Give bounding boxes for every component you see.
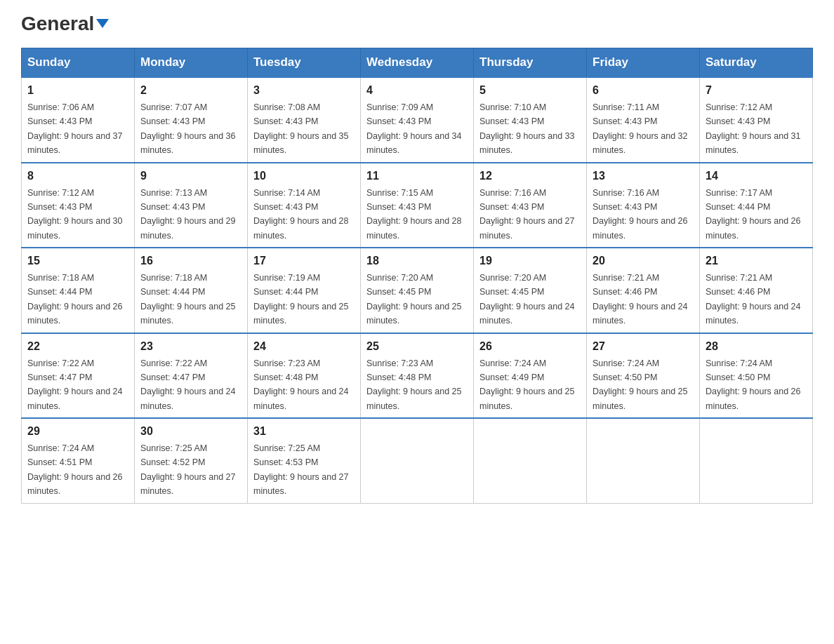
week-row-1: 1 Sunrise: 7:06 AMSunset: 4:43 PMDayligh…	[22, 77, 813, 163]
calendar-cell: 23 Sunrise: 7:22 AMSunset: 4:47 PMDaylig…	[135, 333, 248, 419]
day-number: 7	[706, 82, 807, 99]
day-number: 31	[253, 423, 355, 440]
calendar-cell: 17 Sunrise: 7:19 AMSunset: 4:44 PMDaylig…	[248, 248, 361, 333]
day-number: 15	[27, 253, 128, 269]
calendar-table: SundayMondayTuesdayWednesdayThursdayFrid…	[21, 48, 813, 504]
week-row-4: 22 Sunrise: 7:22 AMSunset: 4:47 PMDaylig…	[22, 333, 813, 419]
calendar-cell: 28 Sunrise: 7:24 AMSunset: 4:50 PMDaylig…	[700, 333, 813, 419]
calendar-cell: 18 Sunrise: 7:20 AMSunset: 4:45 PMDaylig…	[361, 248, 474, 333]
calendar-cell: 20 Sunrise: 7:21 AMSunset: 4:46 PMDaylig…	[587, 248, 700, 333]
calendar-cell: 16 Sunrise: 7:18 AMSunset: 4:44 PMDaylig…	[135, 248, 248, 333]
day-info: Sunrise: 7:10 AMSunset: 4:43 PMDaylight:…	[479, 102, 575, 155]
day-info: Sunrise: 7:23 AMSunset: 4:48 PMDaylight:…	[366, 358, 462, 411]
weekday-header-wednesday: Wednesday	[361, 48, 474, 78]
weekday-header-monday: Monday	[135, 48, 248, 78]
weekday-header-saturday: Saturday	[700, 48, 813, 78]
calendar-cell: 4 Sunrise: 7:09 AMSunset: 4:43 PMDayligh…	[361, 77, 474, 163]
day-info: Sunrise: 7:20 AMSunset: 4:45 PMDaylight:…	[479, 273, 575, 326]
day-number: 23	[140, 338, 241, 355]
logo-triangle-icon	[96, 19, 109, 28]
day-number: 20	[593, 253, 694, 269]
day-number: 13	[593, 168, 694, 185]
day-info: Sunrise: 7:17 AMSunset: 4:44 PMDaylight:…	[706, 188, 801, 241]
calendar-cell: 2 Sunrise: 7:07 AMSunset: 4:43 PMDayligh…	[135, 77, 248, 163]
day-info: Sunrise: 7:16 AMSunset: 4:43 PMDaylight:…	[593, 188, 688, 241]
weekday-header-tuesday: Tuesday	[248, 48, 361, 78]
day-number: 26	[479, 338, 581, 355]
calendar-cell: 24 Sunrise: 7:23 AMSunset: 4:48 PMDaylig…	[248, 333, 361, 419]
calendar-cell: 27 Sunrise: 7:24 AMSunset: 4:50 PMDaylig…	[587, 333, 700, 419]
calendar-cell: 3 Sunrise: 7:08 AMSunset: 4:43 PMDayligh…	[248, 77, 361, 163]
day-number: 21	[706, 253, 807, 269]
calendar-cell: 7 Sunrise: 7:12 AMSunset: 4:43 PMDayligh…	[700, 77, 813, 163]
week-row-3: 15 Sunrise: 7:18 AMSunset: 4:44 PMDaylig…	[22, 248, 813, 333]
calendar-cell: 22 Sunrise: 7:22 AMSunset: 4:47 PMDaylig…	[22, 333, 135, 419]
day-number: 28	[706, 338, 807, 355]
calendar-cell: 25 Sunrise: 7:23 AMSunset: 4:48 PMDaylig…	[361, 333, 474, 419]
calendar-cell: 30 Sunrise: 7:25 AMSunset: 4:52 PMDaylig…	[135, 418, 248, 503]
day-info: Sunrise: 7:22 AMSunset: 4:47 PMDaylight:…	[27, 358, 123, 411]
logo: General	[21, 14, 109, 34]
calendar-cell: 26 Sunrise: 7:24 AMSunset: 4:49 PMDaylig…	[474, 333, 587, 419]
day-number: 29	[27, 423, 128, 440]
calendar-cell	[700, 418, 813, 503]
day-info: Sunrise: 7:24 AMSunset: 4:50 PMDaylight:…	[706, 358, 801, 411]
weekday-header-thursday: Thursday	[474, 48, 587, 78]
day-number: 19	[479, 253, 581, 269]
page-header: General	[21, 14, 813, 34]
day-info: Sunrise: 7:24 AMSunset: 4:49 PMDaylight:…	[479, 358, 575, 411]
calendar-cell	[361, 418, 474, 503]
calendar-cell: 19 Sunrise: 7:20 AMSunset: 4:45 PMDaylig…	[474, 248, 587, 333]
day-number: 2	[140, 82, 241, 99]
day-number: 3	[253, 82, 355, 99]
day-info: Sunrise: 7:12 AMSunset: 4:43 PMDaylight:…	[27, 188, 123, 241]
day-info: Sunrise: 7:13 AMSunset: 4:43 PMDaylight:…	[140, 188, 236, 241]
day-info: Sunrise: 7:18 AMSunset: 4:44 PMDaylight:…	[27, 273, 123, 326]
day-info: Sunrise: 7:09 AMSunset: 4:43 PMDaylight:…	[366, 102, 462, 155]
calendar-cell: 12 Sunrise: 7:16 AMSunset: 4:43 PMDaylig…	[474, 163, 587, 248]
day-number: 5	[479, 82, 581, 99]
day-info: Sunrise: 7:25 AMSunset: 4:53 PMDaylight:…	[253, 443, 349, 496]
day-number: 8	[27, 168, 128, 185]
day-info: Sunrise: 7:25 AMSunset: 4:52 PMDaylight:…	[140, 443, 236, 496]
calendar-cell: 9 Sunrise: 7:13 AMSunset: 4:43 PMDayligh…	[135, 163, 248, 248]
calendar-cell: 5 Sunrise: 7:10 AMSunset: 4:43 PMDayligh…	[474, 77, 587, 163]
calendar-cell: 6 Sunrise: 7:11 AMSunset: 4:43 PMDayligh…	[587, 77, 700, 163]
day-info: Sunrise: 7:18 AMSunset: 4:44 PMDaylight:…	[140, 273, 236, 326]
day-info: Sunrise: 7:20 AMSunset: 4:45 PMDaylight:…	[366, 273, 462, 326]
day-number: 10	[253, 168, 355, 185]
day-info: Sunrise: 7:19 AMSunset: 4:44 PMDaylight:…	[253, 273, 349, 326]
calendar-cell: 31 Sunrise: 7:25 AMSunset: 4:53 PMDaylig…	[248, 418, 361, 503]
day-number: 12	[479, 168, 581, 185]
day-info: Sunrise: 7:24 AMSunset: 4:50 PMDaylight:…	[593, 358, 688, 411]
day-number: 6	[593, 82, 694, 99]
day-number: 24	[253, 338, 355, 355]
day-info: Sunrise: 7:23 AMSunset: 4:48 PMDaylight:…	[253, 358, 349, 411]
calendar-cell: 29 Sunrise: 7:24 AMSunset: 4:51 PMDaylig…	[22, 418, 135, 503]
logo-line1: General	[21, 14, 109, 34]
day-info: Sunrise: 7:21 AMSunset: 4:46 PMDaylight:…	[593, 273, 688, 326]
weekday-header-sunday: Sunday	[22, 48, 135, 78]
calendar-cell: 21 Sunrise: 7:21 AMSunset: 4:46 PMDaylig…	[700, 248, 813, 333]
day-number: 27	[593, 338, 694, 355]
calendar-cell: 8 Sunrise: 7:12 AMSunset: 4:43 PMDayligh…	[22, 163, 135, 248]
day-info: Sunrise: 7:08 AMSunset: 4:43 PMDaylight:…	[253, 102, 349, 155]
day-number: 25	[366, 338, 468, 355]
day-info: Sunrise: 7:15 AMSunset: 4:43 PMDaylight:…	[366, 188, 462, 241]
calendar-cell: 13 Sunrise: 7:16 AMSunset: 4:43 PMDaylig…	[587, 163, 700, 248]
day-number: 14	[706, 168, 807, 185]
calendar-cell: 1 Sunrise: 7:06 AMSunset: 4:43 PMDayligh…	[22, 77, 135, 163]
day-number: 11	[366, 168, 468, 185]
day-number: 1	[27, 82, 128, 99]
weekday-header-friday: Friday	[587, 48, 700, 78]
day-info: Sunrise: 7:07 AMSunset: 4:43 PMDaylight:…	[140, 102, 236, 155]
calendar-cell: 11 Sunrise: 7:15 AMSunset: 4:43 PMDaylig…	[361, 163, 474, 248]
calendar-cell	[474, 418, 587, 503]
day-number: 17	[253, 253, 355, 269]
day-number: 30	[140, 423, 241, 440]
weekday-header-row: SundayMondayTuesdayWednesdayThursdayFrid…	[22, 48, 813, 78]
day-info: Sunrise: 7:22 AMSunset: 4:47 PMDaylight:…	[140, 358, 236, 411]
calendar-cell: 15 Sunrise: 7:18 AMSunset: 4:44 PMDaylig…	[22, 248, 135, 333]
calendar-cell: 14 Sunrise: 7:17 AMSunset: 4:44 PMDaylig…	[700, 163, 813, 248]
day-info: Sunrise: 7:06 AMSunset: 4:43 PMDaylight:…	[27, 102, 123, 155]
